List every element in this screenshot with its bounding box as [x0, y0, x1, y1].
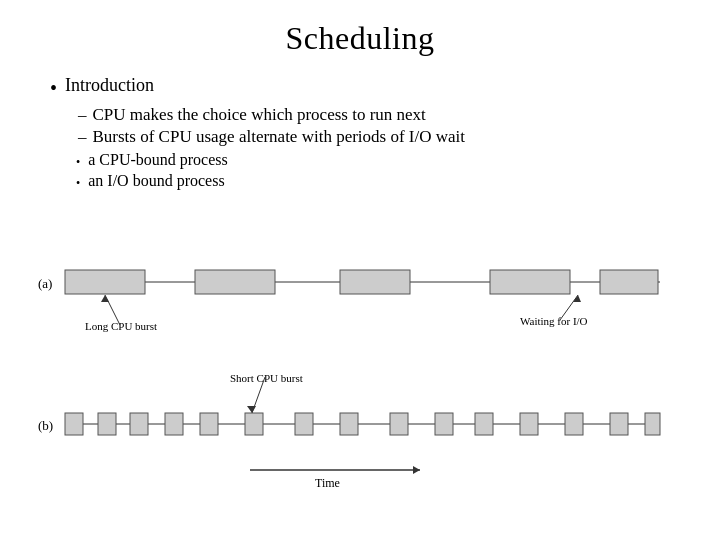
row-a-label: (a) [38, 276, 52, 291]
sub-bullets-container: – CPU makes the choice which process to … [78, 105, 680, 147]
row-b-label: (b) [38, 418, 53, 433]
a-burst-3 [340, 270, 410, 294]
sub-sub-bullet-1: • a CPU-bound process [76, 151, 680, 170]
b-burst-15 [645, 413, 660, 435]
sub-bullet-1-text: CPU makes the choice which process to ru… [93, 105, 426, 125]
main-bullet-text: Introduction [65, 75, 154, 96]
b-burst-13 [565, 413, 583, 435]
a-burst-2 [195, 270, 275, 294]
b-burst-1 [65, 413, 83, 435]
b-burst-12 [520, 413, 538, 435]
dot2-1: • [76, 155, 80, 170]
arrow-short-cpu [247, 406, 256, 413]
dash-1: – [78, 105, 87, 125]
bullet-dot: • [50, 75, 57, 101]
main-bullet: • Introduction [50, 75, 680, 101]
short-cpu-burst-label: Short CPU burst [230, 372, 303, 384]
b-burst-7 [295, 413, 313, 435]
sub-sub-bullets-container: • a CPU-bound process • an I/O bound pro… [76, 151, 680, 191]
diagram-svg: (a) Long CPU burst Waiting for I/O (b) [30, 230, 690, 520]
sub-sub-bullet-2-text: an I/O bound process [88, 172, 224, 190]
page-title: Scheduling [40, 20, 680, 57]
a-burst-1 [65, 270, 145, 294]
sub-bullet-1: – CPU makes the choice which process to … [78, 105, 680, 125]
b-burst-11 [475, 413, 493, 435]
sub-sub-bullet-1-text: a CPU-bound process [88, 151, 228, 169]
page: Scheduling • Introduction – CPU makes th… [0, 0, 720, 540]
long-cpu-burst-label: Long CPU burst [85, 320, 157, 332]
sub-sub-bullet-2: • an I/O bound process [76, 172, 680, 191]
diagram-area: (a) Long CPU burst Waiting for I/O (b) [30, 230, 690, 520]
b-burst-14 [610, 413, 628, 435]
dash-2: – [78, 127, 87, 147]
a-burst-4 [490, 270, 570, 294]
arrow-long-cpu [101, 295, 109, 302]
b-burst-5 [200, 413, 218, 435]
b-burst-6 [245, 413, 263, 435]
a-burst-5 [600, 270, 658, 294]
b-burst-4 [165, 413, 183, 435]
time-arrow [413, 466, 420, 474]
time-label: Time [315, 476, 340, 490]
b-burst-10 [435, 413, 453, 435]
b-burst-9 [390, 413, 408, 435]
b-burst-8 [340, 413, 358, 435]
waiting-for-io-label: Waiting for I/O [520, 315, 588, 327]
b-burst-3 [130, 413, 148, 435]
sub-bullet-2-text: Bursts of CPU usage alternate with perio… [93, 127, 466, 147]
sub-bullet-2: – Bursts of CPU usage alternate with per… [78, 127, 680, 147]
dot2-2: • [76, 176, 80, 191]
b-burst-2 [98, 413, 116, 435]
